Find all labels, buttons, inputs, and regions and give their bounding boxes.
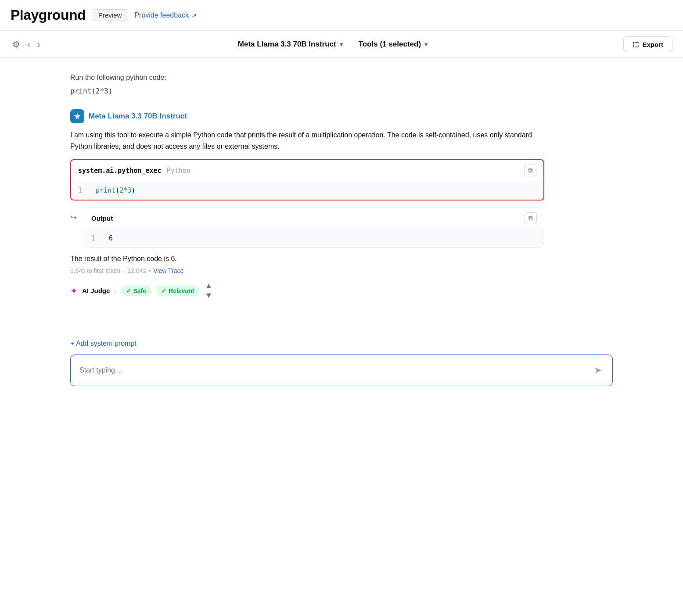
timing-info: 6.64s to first token + 12.04s • View Tra… [70,267,544,274]
ai-judge-sparkle-icon: ✦ [70,286,78,296]
feedback-label: Provide feedback [134,11,189,19]
feedback-link[interactable]: Provide feedback ↗ [134,11,197,19]
expand-down-icon: ▼ [205,291,212,300]
output-block: Output ⧉ 1 6 [84,208,544,248]
main-content: Run the following python code: print(2*3… [0,58,615,326]
export-button[interactable]: ⬚ Export [623,36,672,52]
nav-prev-button[interactable]: ‹ [25,38,32,51]
output-copy-icon: ⧉ [528,215,533,222]
ai-response-text: I am using this tool to execute a simple… [70,129,544,153]
code-block: system.ai.python_exec Python ⧉ 1 print(2… [70,159,544,201]
safe-check-icon: ✓ [126,287,131,294]
toolbar-left: ⚙ ‹ › [11,37,42,51]
ai-model-name: Meta Llama 3.3 70B Instruct [89,112,187,121]
toolbar-right: ⬚ Export [623,36,672,52]
code-keyword: print [96,186,115,194]
settings-button[interactable]: ⚙ [11,37,22,51]
output-title: Output [91,215,113,222]
relevant-check-icon: ✓ [161,287,166,294]
code-line-number: 1 [78,186,85,194]
toolbar: ⚙ ‹ › Meta Llama 3.3 70B Instruct ▾ Tool… [0,31,683,58]
output-content-area: 1 6 [84,229,544,247]
output-wrapper: ↪ Output ⧉ 1 6 [70,208,544,248]
tools-selector-button[interactable]: Tools (1 selected) ▾ [353,37,433,51]
user-code: print(2*3) [70,87,544,95]
judge-expand-button[interactable]: ▲ ▼ [204,280,213,301]
add-system-prompt-button[interactable]: + Add system prompt [70,340,137,347]
code-function-name: system.ai.python_exec [78,167,162,175]
send-icon: ➤ [594,365,602,376]
export-label: Export [642,41,663,48]
judge-colon: : [114,287,116,294]
model-selector-button[interactable]: Meta Llama 3.3 70B Instruct ▾ [233,37,348,51]
code-content-area: 1 print(2*3) [71,181,543,200]
gear-icon: ⚙ [12,39,20,50]
timing-duration: 6.64s to first token + 12.04s [70,267,146,274]
ai-response-header: Meta Llama 3.3 70B Instruct [70,109,544,123]
code-line-content: print(2*3) [96,186,135,194]
return-arrow-icon: ↪ [70,213,77,222]
result-text: The result of the Python code is 6. [70,255,544,263]
relevant-badge: ✓ Relevant [156,286,199,296]
relevant-label: Relevant [169,287,194,294]
copy-icon: ⧉ [528,167,532,174]
bottom-area: + Add system prompt ➤ [0,340,683,386]
ai-response: Meta Llama 3.3 70B Instruct I am using t… [70,109,544,301]
toolbar-center: Meta Llama 3.3 70B Instruct ▾ Tools (1 s… [49,37,616,51]
code-copy-button[interactable]: ⧉ [524,165,536,176]
ai-judge-label: AI Judge [82,287,110,294]
safe-label: Safe [133,287,147,294]
expand-up-icon: ▲ [205,281,212,290]
code-block-title: system.ai.python_exec Python [78,167,191,175]
output-block-header: Output ⧉ [84,208,544,229]
add-system-prompt-label: + Add system prompt [70,340,137,347]
output-value: 6 [109,234,113,242]
timing-separator: • [148,267,151,274]
chevron-right-icon: › [37,39,40,50]
view-trace-link[interactable]: View Trace [153,267,183,274]
nav-next-button[interactable]: › [36,38,42,51]
ai-model-icon [70,109,84,123]
sparkle-icon [73,112,81,120]
output-line-number: 1 [91,234,98,242]
external-link-icon: ↗ [191,12,197,19]
code-language: Python [167,167,191,175]
send-button[interactable]: ➤ [592,363,604,378]
user-text-line1: Run the following python code: [70,72,544,83]
preview-badge: Preview [93,9,127,21]
ai-judge-row: ✦ AI Judge : ✓ Safe ✓ Relevant ▲ ▼ [70,280,544,301]
message-input-area: ➤ [70,355,613,386]
model-chevron-icon: ▾ [340,41,343,48]
model-name: Meta Llama 3.3 70B Instruct [238,40,336,49]
user-message: Run the following python code: print(2*3… [70,68,544,95]
output-copy-button[interactable]: ⧉ [525,212,537,224]
page-title: Playground [11,7,86,23]
code-block-header: system.ai.python_exec Python ⧉ [71,160,543,181]
export-icon: ⬚ [633,40,639,48]
tools-label: Tools (1 selected) [359,40,421,49]
chevron-left-icon: ‹ [27,39,30,50]
page-header: Playground Preview Provide feedback ↗ [0,0,683,31]
message-input[interactable] [79,366,592,374]
safe-badge: ✓ Safe [121,286,152,296]
tools-chevron-icon: ▾ [424,41,428,48]
